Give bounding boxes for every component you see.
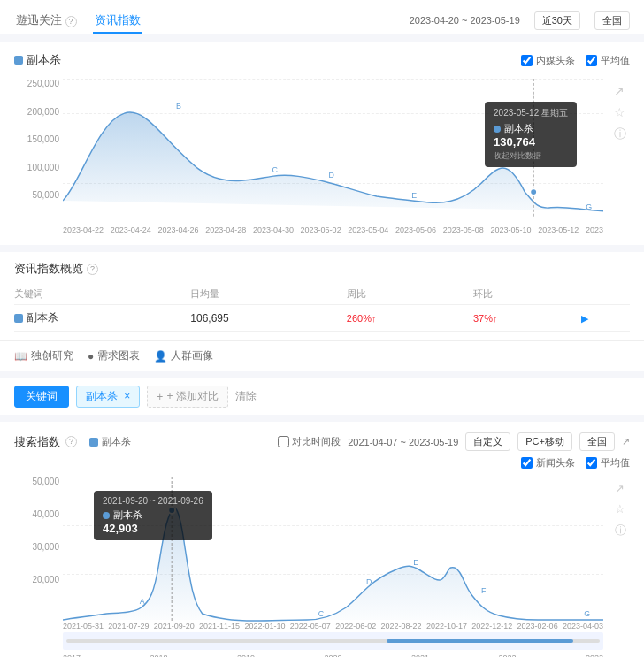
legend-avg-search: 平均值 <box>586 456 630 470</box>
tooltip-close-hint: 收起对比数据 <box>494 150 568 162</box>
legend-blue-dot <box>14 56 23 65</box>
col-extra <box>581 284 630 305</box>
search-timeline-bar[interactable] <box>63 632 603 650</box>
sub-tab-portrait[interactable]: 👤 人群画像 <box>154 348 213 363</box>
search-index-legend: 副本杀 <box>89 435 131 448</box>
filter-tag-fuzhensha[interactable]: 副本杀 × <box>76 386 140 408</box>
news-chart-header: 副本杀 内媒头条 平均值 <box>14 52 630 68</box>
news-headline-checkbox[interactable] <box>521 457 533 469</box>
timeline-selection <box>387 639 573 643</box>
custom-btn[interactable]: 自定义 <box>465 432 510 451</box>
header-date-range: 2023-04-20 ~ 2023-05-19 <box>410 15 520 26</box>
sub-tab-bar: 📖 独创研究 ● 需求图表 👤 人群画像 <box>0 340 644 371</box>
legend-media-headline: 内媒头条 <box>521 54 575 67</box>
legend-avg-checkbox[interactable] <box>586 55 597 66</box>
tooltip-value: 130,764 <box>494 135 568 149</box>
svg-text:D: D <box>329 171 334 180</box>
tab-youxun-attention[interactable]: 遊迅关注 ? <box>14 7 79 34</box>
plus-icon: + <box>157 391 163 403</box>
search-index-section: 搜索指数 ? 副本杀 对比时间段 2021-04-07 ~ 2023-05-19… <box>0 422 644 657</box>
info-icon-attention[interactable]: ? <box>65 16 77 27</box>
svg-text:F: F <box>481 586 487 595</box>
book-icon: 📖 <box>14 350 27 363</box>
stat-name: 副本杀 <box>14 305 190 332</box>
news-chart-section: 副本杀 内媒头条 平均值 250,000 200,000 150,000 100… <box>0 42 644 245</box>
top-tab-bar: 遊迅关注 ? 资讯指数 2023-04-20 ~ 2023-05-19 近30天… <box>0 0 644 34</box>
search-index-info-icon[interactable]: ? <box>65 436 77 447</box>
keyword-filter-btn[interactable]: 关键词 <box>14 386 69 408</box>
news-chart-title: 副本杀 <box>14 52 61 68</box>
col-keyword: 关键词 <box>14 284 190 305</box>
stats-section: 资讯指数概览 ? 关键词 日均量 周比 环比 副本杀 106,695 <box>0 252 644 340</box>
compare-period-checkbox[interactable] <box>278 436 289 447</box>
legend-media-checkbox[interactable] <box>521 55 533 66</box>
user-icon: 👤 <box>154 350 167 363</box>
search-index-controls: 对比时间段 2021-04-07 ~ 2023-05-19 自定义 PC+移动 … <box>278 432 630 451</box>
svg-text:D: D <box>366 577 372 586</box>
export-icon[interactable]: ↗ <box>622 436 630 447</box>
svg-text:C: C <box>272 165 279 174</box>
search-region-btn[interactable]: 全国 <box>579 432 615 451</box>
compare-period-wrap: 对比时间段 <box>278 435 341 448</box>
news-y-axis: 250,000 200,000 150,000 100,000 50,000 <box>14 75 63 234</box>
search-y-axis: 50,000 40,000 30,000 20,000 <box>14 473 63 623</box>
tag-close-icon[interactable]: × <box>124 390 130 402</box>
tooltip-label-row: 副本杀 <box>494 122 568 135</box>
col-month: 环比 <box>473 284 581 305</box>
legend-average: 平均值 <box>586 54 630 67</box>
col-daily: 日均量 <box>190 284 347 305</box>
news-chart-tooltip: 2023-05-12 星期五 副本杀 130,764 收起对比数据 <box>485 102 577 167</box>
search-chart-tooltip: 2021-09-20 ~ 2021-09-26 副本杀 42,903 <box>94 491 212 540</box>
search-chart-container: 50,000 40,000 30,000 20,000 <box>14 473 630 650</box>
news-x-axis: 2023-04-22 2023-04-24 2023-04-26 2023-04… <box>63 224 603 234</box>
sub-tab-demand[interactable]: ● 需求图表 <box>88 348 140 363</box>
svg-text:E: E <box>413 558 418 567</box>
svg-text:E: E <box>411 191 417 200</box>
info-icon-chart[interactable]: ⓘ <box>614 126 626 142</box>
stats-row: 副本杀 106,695 260%↑ 37%↑ ▶ <box>14 305 630 332</box>
stats-table: 关键词 日均量 周比 环比 副本杀 106,695 260%↑ <box>14 284 630 332</box>
search-share-icon[interactable]: ↗ <box>615 482 626 495</box>
add-compare-btn[interactable]: + + 添加对比 <box>147 386 227 408</box>
stat-action: ▶ <box>581 305 630 332</box>
clear-filter-btn[interactable]: 清除 <box>235 389 257 404</box>
svg-text:B: B <box>176 102 181 111</box>
search-right-icons: ↗ ☆ ⓘ <box>615 482 626 539</box>
period-dropdown[interactable]: 近30天 <box>534 11 580 30</box>
stats-title: 资讯指数概览 ? <box>14 261 630 277</box>
region-dropdown[interactable]: 全国 <box>594 11 630 30</box>
star-icon[interactable]: ☆ <box>614 105 626 119</box>
news-chart-controls: 内媒头条 平均值 <box>521 54 630 67</box>
search-star-icon[interactable]: ☆ <box>615 502 626 516</box>
chart-icon: ● <box>88 350 94 363</box>
stat-dot <box>14 314 23 323</box>
legend-news-headline: 新闻头条 <box>521 456 575 470</box>
search-x-axis-years: 2017 2018 2019 2020 2021 2022 2023 <box>63 653 603 657</box>
share-icon[interactable]: ↗ <box>614 84 626 98</box>
search-index-title-area: 搜索指数 ? 副本杀 <box>14 434 131 450</box>
tooltip-date: 2023-05-12 星期五 <box>494 107 568 119</box>
stat-detail-link[interactable]: ▶ <box>581 313 588 324</box>
search-tooltip-date: 2021-09-20 ~ 2021-09-26 <box>103 496 203 506</box>
search-legend-dot <box>89 438 98 447</box>
col-week: 周比 <box>347 284 473 305</box>
tab-news-index[interactable]: 资讯指数 <box>93 7 142 34</box>
platform-btn[interactable]: PC+移动 <box>518 432 572 451</box>
stats-info-icon[interactable]: ? <box>87 264 98 275</box>
svg-text:C: C <box>318 609 325 618</box>
svg-text:G: G <box>586 202 592 211</box>
search-tooltip-dot <box>103 512 110 519</box>
search-tooltip-label-row: 副本杀 <box>103 508 203 522</box>
stat-week: 260%↑ <box>347 305 473 332</box>
search-info-icon[interactable]: ⓘ <box>615 523 626 539</box>
search-index-header: 搜索指数 ? 副本杀 对比时间段 2021-04-07 ~ 2023-05-19… <box>14 432 630 451</box>
filter-bar: 关键词 副本杀 × + + 添加对比 清除 <box>0 378 644 415</box>
stat-daily: 106,695 <box>190 305 347 332</box>
chart-right-icons: ↗ ☆ ⓘ <box>614 84 626 142</box>
search-checkboxes: 新闻头条 平均值 <box>14 456 630 470</box>
search-x-axis-dates: 2021-05-31 2021-07-29 2021-09-20 2021-11… <box>63 622 603 630</box>
avg-search-checkbox[interactable] <box>586 457 597 469</box>
tooltip-color-dot <box>494 126 501 133</box>
sub-tab-research[interactable]: 📖 独创研究 <box>14 348 73 363</box>
news-chart-area: 250,000 200,000 150,000 100,000 50,000 <box>14 75 630 234</box>
